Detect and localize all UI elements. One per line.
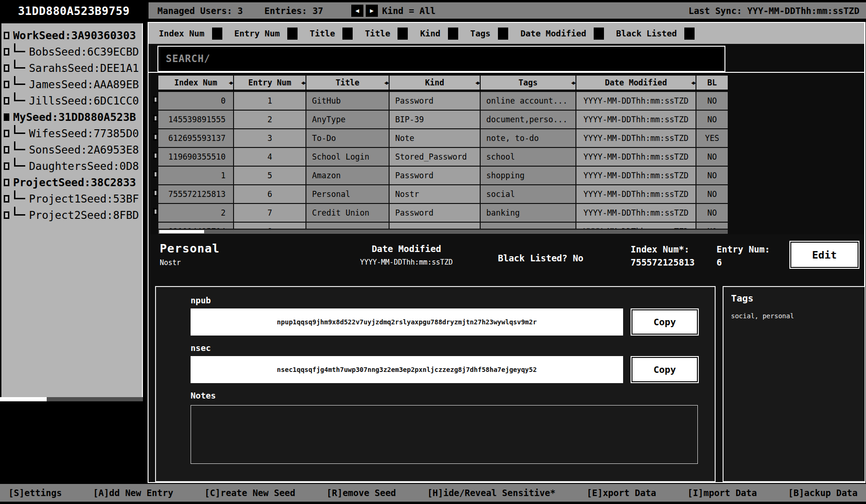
command-item[interactable]: [I]mport Data (688, 488, 757, 498)
cell-kind: Nostr (390, 185, 480, 203)
column-header[interactable]: Kind (390, 76, 480, 90)
tags-panel-title: Tags (731, 293, 857, 304)
row-checkbox[interactable] (153, 96, 158, 103)
row-checkbox[interactable] (153, 133, 158, 140)
filter-checkbox[interactable] (448, 28, 458, 40)
sort-arrows-icon[interactable] (301, 80, 305, 86)
seed-checkbox[interactable] (4, 195, 9, 203)
command-item[interactable]: [H]ide/Reveal Sensitive* (427, 488, 556, 498)
seed-checkbox[interactable] (4, 97, 9, 105)
row-checkbox[interactable] (153, 208, 158, 215)
command-item[interactable]: [C]reate New Seed (205, 488, 295, 498)
seed-tree-item[interactable]: SarahsSeed:DEE1A1 (1, 60, 142, 76)
table-row[interactable]: 119690355510 4 School Login Stored_Passw… (158, 148, 728, 166)
seed-checkbox[interactable] (4, 179, 9, 186)
seed-tree-item[interactable]: Project1Seed:53BF (1, 190, 142, 207)
seed-tree-item[interactable]: WorkSeed:3A90360303 (1, 27, 142, 43)
search-section-divider (149, 72, 864, 73)
tags-panel-value: social, personal (731, 312, 857, 320)
field-value-input[interactable]: nsec1qqsqfjg4mth7uwp307nng3z2em3ep2pxnlj… (191, 356, 623, 383)
cell-black-listed: NO (696, 148, 728, 166)
command-item[interactable]: [B]ackup Data (788, 488, 858, 498)
seed-checkbox[interactable] (4, 113, 9, 121)
command-item[interactable]: [R]emove Seed (327, 488, 396, 498)
sort-arrows-icon[interactable] (229, 80, 232, 86)
row-checkbox[interactable] (153, 189, 158, 196)
column-header[interactable]: Title (306, 76, 389, 90)
notes-textarea[interactable] (191, 405, 698, 464)
row-checkbox[interactable] (153, 115, 158, 122)
table-row[interactable]: 2 7 Credit Union Password banking YYYY-M… (158, 204, 728, 222)
entry-num-value: 6 (717, 256, 770, 269)
table-row[interactable]: 612695593137 3 To-Do Note note, to-do YY… (158, 129, 728, 147)
column-header[interactable]: Index Num (158, 76, 233, 90)
seed-checkbox[interactable] (4, 32, 9, 39)
seed-checkbox[interactable] (4, 146, 9, 154)
cell-black-listed: NO (696, 185, 728, 203)
seed-checkbox[interactable] (4, 48, 9, 56)
filter-checkbox[interactable] (342, 28, 353, 40)
seed-checkbox[interactable] (4, 162, 9, 170)
edit-button[interactable]: Edit (790, 242, 859, 268)
row-checkbox[interactable] (153, 171, 158, 178)
command-item[interactable]: [S]ettings (8, 488, 62, 498)
column-header[interactable]: Date Modified (576, 76, 696, 90)
table-row[interactable]: 755572125813 6 Personal Nostr social YYY… (158, 185, 728, 203)
cell-tags: school (481, 148, 575, 166)
seed-label: BobsSeed:6C39ECBD (29, 46, 139, 58)
field-value-input[interactable]: npup1qqsq9jhm9x8d522v7uyjzdmq2rslyaxpgu7… (191, 308, 623, 336)
row-checkbox[interactable] (153, 152, 158, 159)
seed-tree-item[interactable]: BobsSeed:6C39ECBD (1, 43, 142, 60)
table-horizontal-scrollbar[interactable] (158, 230, 728, 234)
table-row[interactable]: 1 5 Amazon Password shopping YYYY-MM-DDT… (158, 167, 728, 184)
tree-elbow-icon (14, 92, 25, 101)
filter-label: Title (310, 28, 335, 38)
seed-checkbox[interactable] (4, 64, 9, 72)
cell-black-listed: NO (696, 223, 728, 229)
command-item[interactable]: [A]dd New Entry (93, 488, 173, 498)
filter-item: Date Modified (520, 28, 604, 40)
seed-tree-item[interactable]: WifesSeed:77385D0 (1, 125, 142, 141)
seed-tree-item[interactable]: DaughtersSeed:0D8 (1, 158, 142, 174)
seed-tree-item[interactable]: JillsSeed:6DC1CC0 (1, 92, 142, 109)
sidebar-scrollbar-thumb[interactable] (0, 397, 47, 401)
kind-prev-button[interactable]: ◀ (351, 5, 363, 17)
seed-tree-item[interactable]: MySeed:31DD880A523B (1, 109, 142, 125)
sort-arrows-icon[interactable] (476, 80, 479, 86)
column-header[interactable]: Tags (481, 76, 575, 90)
column-header[interactable]: BL (696, 76, 728, 90)
seed-checkbox[interactable] (4, 130, 9, 137)
filter-checkbox[interactable] (212, 28, 222, 40)
table-row[interactable]: 0 1 GitHub Password online account... YY… (158, 92, 728, 110)
sidebar-horizontal-scrollbar[interactable] (0, 397, 143, 401)
seed-tree-item[interactable]: SonsSeed:2A6953E8 (1, 141, 142, 158)
seed-tree-item[interactable]: JamesSeed:AAA89EB (1, 76, 142, 92)
filter-checkbox[interactable] (398, 28, 408, 40)
filter-checkbox[interactable] (684, 28, 695, 40)
seed-checkbox[interactable] (4, 81, 9, 88)
seed-tree-item[interactable]: ProjectSeed:38C2833 (1, 174, 142, 190)
table-scrollbar-thumb[interactable] (159, 230, 204, 233)
filter-checkbox[interactable] (287, 28, 298, 40)
copy-button[interactable]: Copy (632, 357, 698, 382)
detail-entry-num: Entry Num: 6 (717, 243, 770, 269)
sort-arrows-icon[interactable] (571, 80, 575, 86)
seed-tree-item[interactable]: Project2Seed:8FBD (1, 207, 142, 223)
sort-arrows-icon[interactable] (384, 80, 388, 86)
search-placeholder: SEARCH/ (166, 53, 211, 64)
filter-checkbox[interactable] (594, 28, 604, 40)
cell-date-modified: YYYY-MM-DDThh:mm:ssTZD (576, 111, 696, 128)
command-item[interactable]: [E]xport Data (587, 488, 656, 498)
table-row[interactable]: 831114415714 8 YYYY-MM-DDThh:mm:ssTZD NO (158, 223, 728, 229)
search-input[interactable]: SEARCH/ (157, 46, 725, 72)
seed-checkbox[interactable] (4, 211, 9, 219)
filter-item: Title (365, 28, 408, 40)
column-header[interactable]: Entry Num (234, 76, 305, 90)
table-row[interactable]: 145539891555 2 AnyType BIP-39 document,p… (158, 111, 728, 128)
copy-button[interactable]: Copy (632, 309, 698, 335)
sort-arrows-icon[interactable] (691, 80, 695, 86)
column-filter-row: Index Num Entry Num Title Title Kind Tag… (149, 23, 864, 44)
tree-elbow-icon (14, 207, 25, 216)
filter-checkbox[interactable] (498, 28, 508, 40)
kind-next-button[interactable]: ▶ (366, 5, 378, 17)
